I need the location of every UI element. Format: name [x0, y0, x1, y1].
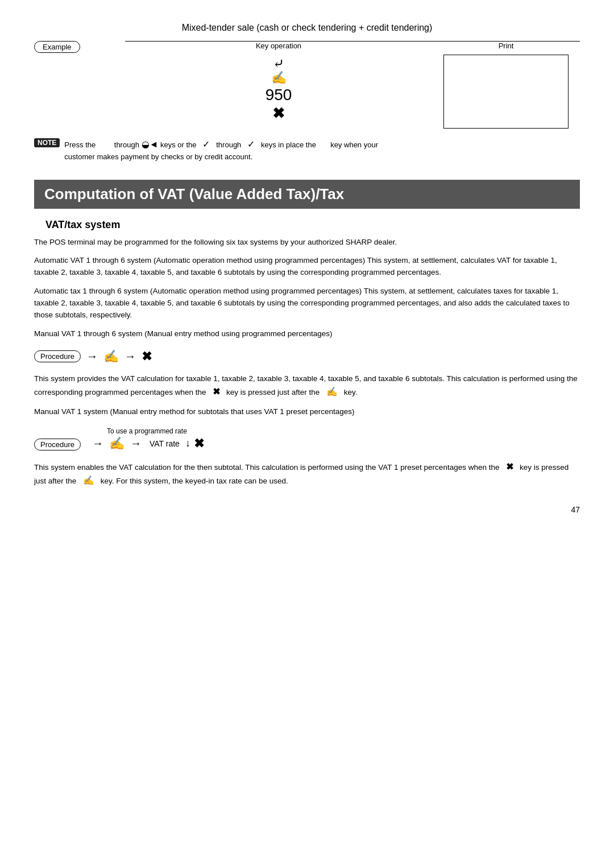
section-heading: Computation of VAT (Value Added Tax)/Tax — [34, 180, 580, 209]
receipt-inline-2: ✍ — [83, 476, 94, 485]
note-keys-in-place: keys in place the — [261, 140, 316, 149]
note-keys-sym1: ◒◄ — [142, 139, 159, 149]
note-check1: ✓ — [202, 139, 210, 149]
para1: The POS terminal may be programmed for t… — [34, 237, 580, 249]
x-key-1: ✖ — [142, 349, 152, 364]
receipt-inline-1: ✍ — [326, 387, 338, 396]
para5b-text: key is pressed just after the — [226, 388, 320, 396]
procedure-block-1: Procedure → ✍ → ✖ — [34, 349, 580, 364]
x-inline: ✖ — [213, 387, 220, 396]
procedure-block-2: Procedure To use a programmed rate → ✍ →… — [34, 427, 580, 451]
key-operation-col: Key operation ⤶ ✍ 950 ✖ — [125, 41, 432, 122]
key-op-header: Key operation — [125, 42, 432, 50]
arrow-3: → — [92, 437, 103, 450]
note-content: Press the through ◒◄ keys or the ✓ throu… — [64, 138, 378, 163]
procedure-row-2: → ✍ → VAT rate ↓ ✖ — [90, 436, 204, 451]
arrow-2: → — [125, 350, 136, 363]
arrow-4: → — [130, 437, 142, 450]
para7-text: This system enables the VAT calculation … — [34, 463, 499, 472]
note-customer: customer makes payment by checks or by c… — [64, 152, 252, 161]
procedure-label-2: Procedure — [34, 439, 81, 450]
vat-rate-label: VAT rate — [150, 439, 180, 448]
receipt-key-1: ✍ — [103, 349, 119, 364]
x-key-sym: ✖ — [125, 105, 432, 122]
para5: This system provides the VAT calculation… — [34, 373, 580, 399]
x-key-2: ✖ — [194, 436, 204, 451]
note-through2: through — [216, 140, 241, 149]
value-950: 950 — [125, 85, 432, 105]
para5c-text: key. — [344, 388, 358, 396]
curly-brace-sym: ⤶ — [125, 57, 432, 71]
subsection-heading: VAT/tax system — [45, 219, 580, 231]
procedure-2-steps: To use a programmed rate → ✍ → VAT rate … — [90, 427, 204, 451]
para3: Automatic tax 1 through 6 system (Automa… — [34, 286, 580, 321]
note-key-when: key when your — [330, 140, 378, 149]
note-or: keys or the — [160, 140, 197, 149]
example-col: Example — [34, 41, 125, 53]
para2: Automatic VAT 1 through 6 system (Automa… — [34, 255, 580, 279]
note-badge: NOTE — [34, 138, 60, 147]
example-label: Example — [34, 41, 80, 53]
key-op-content: ⤶ ✍ 950 ✖ — [125, 52, 432, 122]
mixed-tender-title: Mixed-tender sale (cash or check tenderi… — [34, 23, 580, 33]
x-inline-2: ✖ — [506, 462, 513, 472]
para4: Manual VAT 1 through 6 system (Manual en… — [34, 328, 580, 340]
note-through1: through — [114, 140, 139, 149]
to-use-programmed-label: To use a programmed rate — [107, 427, 187, 435]
para6: Manual VAT 1 system (Manual entry method… — [34, 406, 580, 418]
receipt-key-2: ✍ — [109, 436, 125, 451]
print-box-wrapper — [432, 52, 580, 133]
print-col: Print — [432, 41, 580, 133]
down-arrow-sym: ↓ — [185, 437, 190, 449]
receipt-icon: ✍ — [125, 71, 432, 85]
procedure-label-1: Procedure — [34, 350, 81, 362]
para7c-text: key. For this system, the keyed-in tax r… — [101, 477, 288, 485]
print-box — [443, 55, 569, 129]
para7: This system enables the VAT calculation … — [34, 460, 580, 489]
note-check2: ✓ — [247, 139, 255, 149]
note-section: NOTE Press the through ◒◄ keys or the ✓ … — [34, 138, 580, 163]
note-press-the: Press the — [64, 140, 96, 149]
example-section: Example Key operation ⤶ ✍ 950 ✖ Print — [34, 41, 580, 133]
arrow-1: → — [86, 350, 98, 363]
print-header: Print — [432, 42, 580, 50]
procedure-row-1: Procedure → ✍ → ✖ — [34, 349, 580, 364]
page-number: 47 — [34, 505, 580, 514]
